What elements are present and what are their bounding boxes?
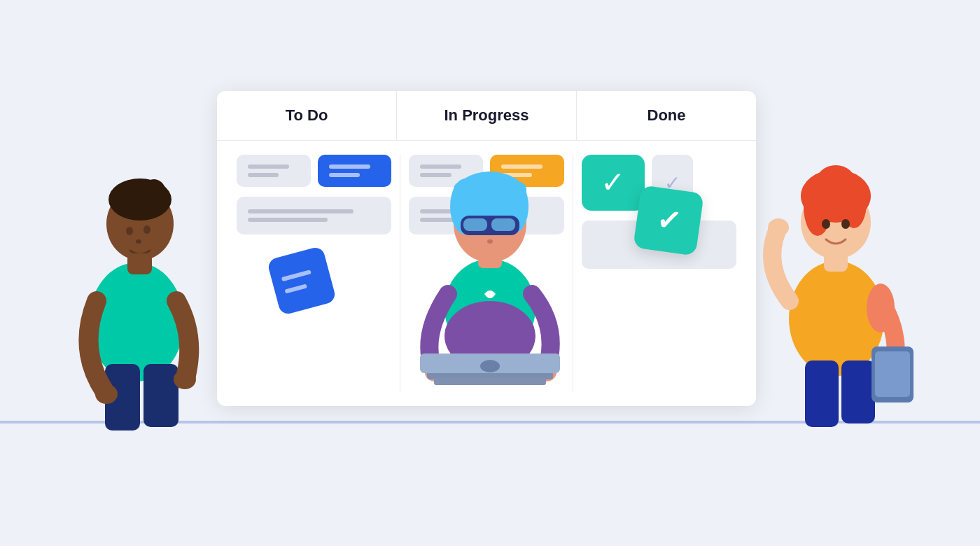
svg-rect-32 <box>841 360 875 424</box>
svg-point-33 <box>867 284 895 332</box>
svg-point-5 <box>141 179 167 210</box>
floor-line <box>0 421 980 424</box>
svg-point-39 <box>816 165 855 199</box>
inprogress-card-gray-2 <box>409 197 564 234</box>
svg-point-7 <box>144 225 150 234</box>
svg-rect-31 <box>805 360 839 427</box>
col-header-todo: To Do <box>217 91 397 140</box>
svg-point-43 <box>881 370 902 388</box>
svg-rect-45 <box>875 351 910 397</box>
svg-rect-44 <box>872 346 913 402</box>
svg-point-4 <box>108 178 172 220</box>
svg-point-0 <box>89 262 184 382</box>
svg-point-9 <box>95 384 118 404</box>
todo-row1 <box>237 155 391 187</box>
todo-card-gray-1 <box>237 155 311 187</box>
svg-point-6 <box>126 227 133 235</box>
svg-point-36 <box>801 169 871 223</box>
svg-rect-34 <box>824 251 848 272</box>
todo-card-blue-1 <box>318 155 392 187</box>
svg-point-35 <box>801 186 871 259</box>
todo-card-gray-2 <box>237 197 391 234</box>
svg-point-10 <box>174 370 196 389</box>
inprogress-card-yellow-1 <box>490 155 564 187</box>
svg-point-42 <box>768 218 789 237</box>
col-header-done: Done <box>577 91 756 140</box>
done-card-teal: ✓ <box>582 155 645 211</box>
svg-rect-11 <box>127 253 152 274</box>
kanban-header: To Do In Progress Done <box>217 91 756 141</box>
inprogress-column <box>400 155 573 392</box>
floating-teal-card: ✓ <box>633 185 704 256</box>
svg-point-38 <box>841 178 867 228</box>
svg-point-8 <box>136 239 141 244</box>
person-left <box>63 140 224 434</box>
inprogress-card-gray-1 <box>409 155 483 187</box>
svg-point-40 <box>822 219 830 229</box>
inprogress-row1 <box>409 155 564 187</box>
check-icon-large: ✓ <box>601 168 625 197</box>
scene: To Do In Progress Done <box>0 0 980 546</box>
svg-point-3 <box>106 188 174 260</box>
svg-point-37 <box>804 177 832 236</box>
col-header-inprogress: In Progress <box>397 91 577 140</box>
svg-rect-2 <box>144 364 178 427</box>
svg-point-41 <box>841 219 850 229</box>
svg-point-30 <box>789 261 884 376</box>
person-right <box>756 140 917 434</box>
